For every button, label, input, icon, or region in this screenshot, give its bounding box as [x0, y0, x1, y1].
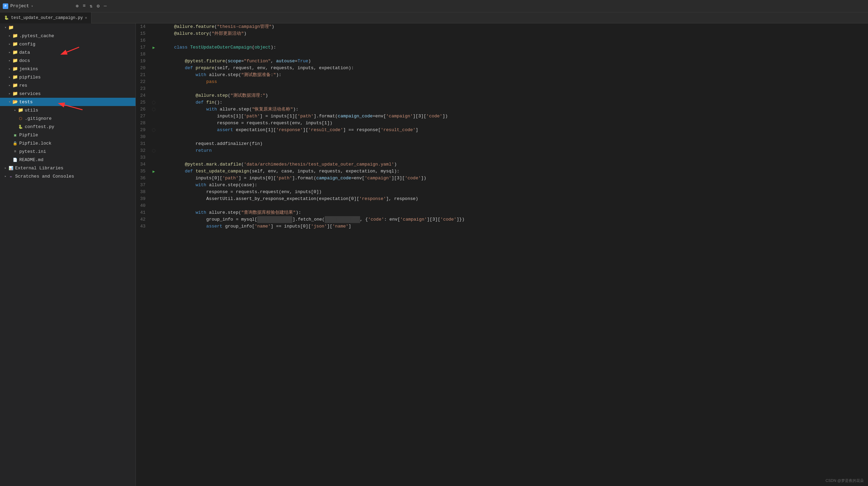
code-line-23: [163, 85, 862, 92]
utils-label: utils: [25, 108, 38, 113]
code-line-18: [163, 51, 862, 58]
tree-res[interactable]: 📁 res: [0, 81, 135, 89]
code-line-34: @pytest.mark.datafile('data/archimedes/t…: [163, 161, 862, 168]
pipfiles-label: pipfiles: [19, 75, 41, 80]
sidebar: 📁 📁 .pytest_cache 📁 config 📁 data: [0, 23, 136, 486]
pytest-ini-label: pytest.ini: [19, 149, 46, 154]
tests-arrow: [7, 99, 12, 105]
breakpoint-29[interactable]: [150, 127, 158, 134]
tree-external-libs[interactable]: 📊 External Libraries: [0, 164, 135, 172]
conftest-icon: 🐍: [18, 124, 23, 129]
readme-label: README.md: [19, 157, 43, 162]
data-label: data: [19, 50, 30, 55]
root-arrow: [3, 25, 8, 30]
tree-pipfiles[interactable]: 📁 pipfiles: [0, 73, 135, 81]
pytest-cache-label: .pytest_cache: [19, 33, 54, 39]
code-line-24: @allure.step("测试数据清理:"): [163, 92, 862, 99]
jenkins-label: jenkins: [19, 66, 38, 72]
pipfiles-icon: 📁: [12, 74, 18, 80]
line-numbers: 14 15 16 17 18 19 20 21 22 23 24 25 26 2…: [136, 23, 150, 230]
tree-gitignore[interactable]: ⬡ .gitignore: [0, 114, 135, 123]
config-icon: 📁: [12, 41, 18, 47]
gitignore-icon: ⬡: [18, 116, 23, 121]
tree-root[interactable]: 📁: [0, 23, 135, 32]
add-icon[interactable]: ⊕: [76, 3, 78, 9]
settings-icon[interactable]: ⚙: [97, 3, 99, 9]
tree-data[interactable]: 📁 data: [0, 48, 135, 56]
tree-pipfile-lock[interactable]: 🔒 Pipfile.lock: [0, 139, 135, 147]
list-icon[interactable]: ≡: [83, 3, 85, 9]
pytest-ini-icon: ≡: [12, 149, 18, 154]
pipfile-lock-icon: 🔒: [12, 140, 18, 146]
tree-pytest-cache[interactable]: 📁 .pytest_cache: [0, 32, 135, 40]
config-label: config: [19, 42, 35, 47]
code-line-15: @allure.story("外部更新活动"): [163, 30, 862, 37]
run-marker-35[interactable]: ▶: [150, 168, 158, 175]
code-line-25: def fin():: [163, 99, 862, 106]
breakpoint-26[interactable]: [150, 106, 158, 113]
utils-icon: 📁: [18, 107, 23, 113]
breakpoint-25[interactable]: [150, 99, 158, 106]
tests-icon: 📂: [12, 99, 18, 105]
code-line-36: inputs[0]['path'] = inputs[0]['path'].fo…: [163, 175, 862, 182]
editor-tab[interactable]: 🐍 test_update_outer_campaign.py ✕: [0, 12, 91, 23]
tree-readme[interactable]: 📄 README.md: [0, 156, 135, 164]
code-container: 14 15 16 17 18 19 20 21 22 23 24 25 26 2…: [136, 23, 868, 230]
tree-conftest[interactable]: 🐍 conftest.py: [0, 123, 135, 131]
breakpoint-32[interactable]: [150, 147, 158, 154]
code-line-42: group_info = mysql[████████].fetch_one(█…: [163, 216, 862, 223]
readme-icon: 📄: [12, 157, 18, 162]
pipfile-label: Pipfile: [19, 133, 38, 138]
title-bar-icons: ⊕ ≡ ⇅ ⚙ —: [76, 3, 107, 9]
ext-libs-label: External Libraries: [15, 166, 63, 171]
tree-services[interactable]: 📁 services: [0, 89, 135, 98]
tree-config[interactable]: 📁 config: [0, 40, 135, 48]
project-icon: P: [3, 3, 8, 9]
code-line-21: with allure.step("测试数据准备:"):: [163, 72, 862, 78]
code-line-27: inputs[1]['path'] = inputs[1]['path'].fo…: [163, 113, 862, 120]
pytest-cache-arrow: [7, 33, 12, 39]
tab-bar: 🐍 test_update_outer_campaign.py ✕: [0, 12, 868, 23]
code-line-35: def test_update_campaign(self, env, case…: [163, 168, 862, 175]
tab-close-button[interactable]: ✕: [85, 15, 87, 20]
gitignore-label: .gitignore: [25, 116, 52, 121]
minimize-icon[interactable]: —: [104, 3, 107, 9]
tests-label: tests: [19, 99, 33, 105]
tree-utils[interactable]: 📁 utils: [0, 106, 135, 114]
title-bar-left: P Project ▾: [3, 3, 72, 9]
services-label: services: [19, 91, 41, 96]
code-line-37: with allure.step(case):: [163, 182, 862, 189]
pipfiles-arrow: [7, 74, 12, 80]
project-title: Project: [10, 3, 29, 9]
docs-arrow: [7, 58, 12, 63]
utils-arrow: [12, 107, 18, 113]
tree-pipfile[interactable]: ▣ Pipfile: [0, 131, 135, 139]
tree-jenkins[interactable]: 📁 jenkins: [0, 65, 135, 73]
code-line-43: assert group_info['name'] == inputs[0]['…: [163, 223, 862, 230]
code-line-29: assert expectation[1]['response']['resul…: [163, 127, 862, 134]
code-line-40: [163, 202, 862, 209]
run-marker-17[interactable]: ▶: [150, 44, 158, 51]
tree-docs[interactable]: 📁 docs: [0, 56, 135, 65]
tree-pytest-ini[interactable]: ≡ pytest.ini: [0, 147, 135, 156]
scratches-arrow: [3, 173, 8, 179]
data-arrow: [7, 50, 12, 55]
svg-line-0: [62, 47, 79, 54]
tree-scratches[interactable]: ✏ Scratches and Consoles: [0, 172, 135, 180]
project-arrow[interactable]: ▾: [31, 4, 33, 8]
code-line-28: response = requests.request(env, inputs[…: [163, 120, 862, 127]
pipfile-lock-label: Pipfile.lock: [19, 141, 52, 146]
gutter: ▶ ▶: [150, 23, 158, 230]
scratches-label: Scratches and Consoles: [15, 174, 74, 179]
tree-tests[interactable]: 📂 tests: [0, 98, 135, 106]
code-line-22: pass: [163, 78, 862, 85]
code-line-32: return: [163, 147, 862, 154]
res-arrow: [7, 83, 12, 88]
services-icon: 📁: [12, 91, 18, 96]
root-folder-icon: 📁: [8, 25, 14, 30]
code-line-31: request.addfinalizer(fin): [163, 140, 862, 147]
docs-label: docs: [19, 58, 30, 63]
pytest-cache-icon: 📁: [12, 33, 18, 39]
code-line-38: response = requests.request(env, inputs[…: [163, 189, 862, 196]
sort-icon[interactable]: ⇅: [90, 3, 93, 9]
